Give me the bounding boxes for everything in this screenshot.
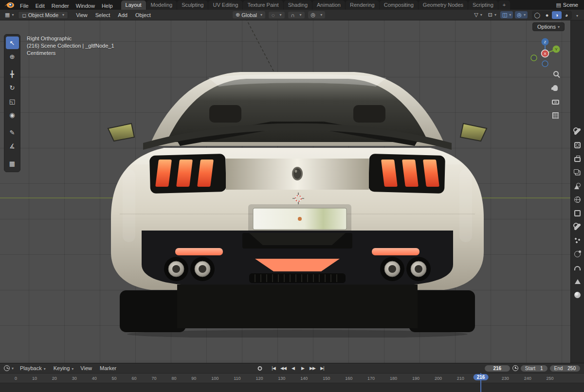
properties-tab-world[interactable] — [572, 196, 583, 203]
nav-button-camera-view[interactable] — [551, 97, 560, 106]
properties-tab-modifiers[interactable] — [572, 223, 583, 231]
frame-start-field[interactable]: Start1 — [521, 365, 548, 372]
nav-button-pan-hand[interactable] — [551, 84, 560, 92]
properties-tab-view-layer[interactable] — [572, 168, 583, 176]
menu-item[interactable]: Window — [73, 2, 98, 10]
tool-button-cursor[interactable]: ⊕ — [6, 50, 19, 63]
viewport-toggle-toggle-xray[interactable]: ◫ — [500, 11, 513, 18]
frame-end-field[interactable]: End250 — [550, 365, 580, 372]
playhead[interactable]: 216 — [480, 373, 481, 392]
workspace-tab[interactable]: Geometry Nodes — [419, 0, 468, 10]
tool-button-transform[interactable]: ◉ — [6, 108, 19, 121]
tool-button-add-cube[interactable]: ▦ — [6, 157, 19, 170]
ruler-tick: 70 — [151, 376, 156, 381]
tool-icon: ∡ — [9, 143, 15, 150]
3d-cursor — [292, 193, 304, 204]
transport-button-next-keyframe[interactable]: ▶▶ — [309, 364, 317, 372]
properties-tab-particles[interactable] — [572, 236, 583, 244]
properties-tab-physics[interactable] — [572, 250, 583, 258]
timeline-ruler[interactable]: 0102030405060708090100110120130140150160… — [0, 373, 584, 383]
workspace-tab[interactable]: Sculpting — [177, 0, 208, 10]
nav-button-toggle-grid[interactable] — [551, 111, 560, 120]
blender-window: FileEditRenderWindowHelp LayoutModelingS… — [0, 0, 584, 392]
unit-system: Centimeters — [27, 50, 114, 57]
tool-icon: ◉ — [9, 111, 15, 119]
workspace-tab[interactable]: Animation — [312, 0, 345, 10]
viewport-menu-item[interactable]: Object — [131, 11, 155, 19]
tool-button-scale[interactable]: ◱ — [6, 95, 19, 107]
workspace-tab[interactable]: Rendering — [346, 0, 379, 10]
menu-item[interactable]: Render — [48, 2, 73, 10]
menu-item[interactable]: File — [17, 2, 32, 10]
properties-tab-render[interactable] — [572, 141, 583, 149]
header-tool-transform-orientation[interactable]: ⊕ Global — [233, 11, 265, 18]
auto-keying-toggle[interactable] — [258, 366, 262, 371]
header-tool-pivot-point[interactable]: ◌ — [269, 12, 285, 18]
workspace-tab[interactable]: UV Editing — [208, 0, 242, 10]
properties-tab-material[interactable] — [572, 291, 583, 299]
header-tool-snap-magnet[interactable]: ∩ — [288, 12, 305, 18]
mode-dropdown[interactable]: Object Mode — [18, 11, 68, 19]
viewport-toggle-show-overlays[interactable]: ◎ — [515, 11, 528, 18]
gizmo-z-neg[interactable] — [542, 61, 548, 67]
timeline-menu-item[interactable]: Keying — [50, 364, 77, 372]
tool-button-move[interactable]: ╋ — [6, 68, 19, 80]
shading-button-material-preview[interactable]: ◑ — [552, 11, 562, 19]
transport-button-play-reverse[interactable]: ◀ — [289, 364, 297, 372]
timeline-menu-item[interactable]: Marker — [96, 364, 120, 372]
transport-button-prev-keyframe[interactable]: ◀◀ — [279, 364, 288, 372]
timeline-track[interactable] — [0, 383, 584, 392]
ruler-tick: 50 — [112, 376, 117, 381]
viewport-menu-item[interactable]: Add — [114, 11, 131, 19]
body-highlight-right — [459, 169, 472, 242]
workspace-tab[interactable]: Texture Paint — [243, 0, 283, 10]
tool-icon: ↖ — [10, 39, 15, 47]
gizmo-y-neg[interactable] — [531, 55, 537, 61]
transport-button-jump-to-start[interactable]: |◀ — [270, 364, 278, 372]
viewport-toggle-show-gizmo[interactable]: ⊡ — [486, 11, 498, 18]
tool-button-annotate[interactable]: ✎ — [6, 126, 19, 139]
blender-logo-icon[interactable] — [4, 1, 15, 8]
viewport-menu-item[interactable]: Select — [91, 11, 114, 19]
shading-button-rendered[interactable]: ◕ — [562, 11, 571, 19]
properties-tab-constraints[interactable] — [572, 264, 583, 271]
workspace-tab[interactable]: Modeling — [146, 0, 177, 10]
timeline-menu-item[interactable]: View — [77, 364, 95, 372]
properties-tab-scene[interactable] — [572, 182, 583, 190]
tool-button-rotate[interactable]: ↻ — [6, 81, 19, 94]
menu-item[interactable]: Help — [98, 2, 116, 10]
menu-item[interactable]: Edit — [32, 2, 48, 10]
top-menubar: FileEditRenderWindowHelp LayoutModelingS… — [0, 0, 584, 10]
shading-dropdown[interactable] — [574, 12, 578, 18]
viewport-3d[interactable]: Right Orthographic (216) Scene Collectio… — [0, 20, 570, 363]
options-button[interactable]: Options — [532, 22, 565, 31]
viewport-toggle-visibility-filter[interactable]: ▽ — [472, 11, 484, 18]
tool-button-select-box[interactable]: ↖ — [6, 36, 19, 49]
timeline-dd-menus: PlaybackKeying — [17, 364, 77, 372]
header-tool-proportional-editing[interactable]: ◎ — [308, 11, 326, 18]
properties-tab-icon — [574, 292, 581, 298]
nav-button-zoom[interactable] — [551, 70, 560, 79]
transport-button-play[interactable]: ▶ — [299, 364, 307, 372]
properties-tab-output[interactable] — [572, 155, 583, 162]
add-workspace-button[interactable]: + — [498, 0, 510, 10]
navigation-gizmo[interactable]: Z Y X — [529, 36, 561, 67]
svg-text:Z: Z — [544, 40, 547, 44]
timeline-menu-item[interactable]: Playback — [17, 364, 49, 372]
viewport-menu-item[interactable]: View — [72, 11, 91, 19]
properties-tab-object[interactable] — [572, 209, 583, 217]
properties-tab-object-data[interactable] — [572, 277, 583, 285]
workspace-tab[interactable]: Compositing — [380, 0, 418, 10]
editor-type-button[interactable] — [3, 11, 16, 18]
shading-button-solid[interactable]: ● — [542, 11, 552, 19]
transport-button-jump-to-end[interactable]: ▶| — [318, 364, 327, 372]
timeline-editor-type-button[interactable] — [4, 365, 14, 371]
scene-selector[interactable]: Scene — [556, 2, 578, 8]
workspace-tab[interactable]: Scripting — [468, 0, 498, 10]
shading-button-wireframe[interactable]: ◯ — [532, 11, 542, 19]
workspace-tab[interactable]: Layout — [121, 0, 146, 10]
tool-button-measure[interactable]: ∡ — [6, 140, 19, 152]
workspace-tab[interactable]: Shading — [284, 0, 312, 10]
current-frame-field[interactable]: 216 — [485, 365, 510, 372]
properties-tab-tool[interactable] — [572, 127, 583, 135]
